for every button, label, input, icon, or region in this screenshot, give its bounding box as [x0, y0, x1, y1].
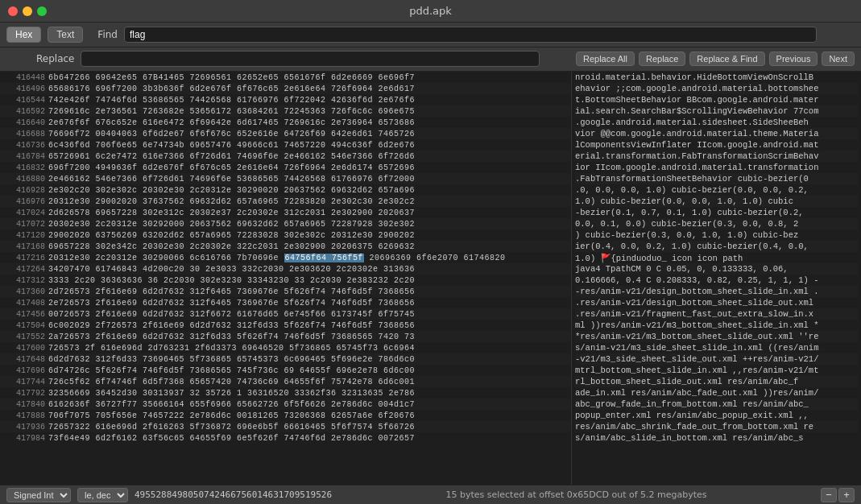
- text-content: -bezier(0.1, 0.7, 0.1, 1.0) cubic-bezier…: [575, 208, 804, 217]
- text-row[interactable]: t.BottomSheetBehavior BBcom.google.andro…: [575, 94, 858, 105]
- hex-bytes: 20312e30 2c20312e 30290066 6c616766 7b70…: [48, 254, 568, 262]
- hex-tab[interactable]: Hex: [6, 27, 41, 43]
- text-row[interactable]: vior @@com.google.android.material.theme…: [575, 128, 858, 139]
- text-row[interactable]: .0, 0.0, 0.0, 1.0) cubic-bezier(0.0, 0.0…: [575, 184, 858, 196]
- int-type-select[interactable]: Signed Int: [6, 488, 71, 502]
- text-row[interactable]: mtrl_bottom_sheet_slide_in.xml ,,res/ani…: [575, 365, 858, 376]
- hex-row[interactable]: 417600726573 2f 616e696d 2d763231 2f6d33…: [0, 342, 571, 353]
- main-area: 4164486b647266 69642e65 67B41465 7269656…: [0, 72, 861, 485]
- hex-row[interactable]: 4175522a726573 2f616e69 6d2d7632 312f6d3…: [0, 331, 571, 342]
- hex-row[interactable]: 41678465726961 6c2e7472 616e7366 6f726d6…: [0, 151, 571, 162]
- text-row[interactable]: ial.search.SearchBar$ScrollingViewBehavi…: [575, 105, 858, 117]
- text-row[interactable]: ior IIcom.google.android.material.transf…: [575, 162, 858, 173]
- replace-find-button[interactable]: Replace & Find: [689, 52, 764, 66]
- text-row[interactable]: -res/anim-v21/design_bottom_sheet_slide_…: [575, 286, 858, 297]
- hex-row[interactable]: 4175046c002029 2f726573 2f616e69 6d2d763…: [0, 320, 571, 331]
- hex-panel[interactable]: 4164486b647266 69642e65 67B41465 7269656…: [0, 72, 572, 485]
- text-row[interactable]: erial.transformation.FabTransformationSc…: [575, 151, 858, 162]
- hex-row[interactable]: 41716869657228 302e342c 20302e30 2c20302…: [0, 241, 571, 252]
- hex-row[interactable]: 41721620312e30 2c20312e 30290066 6c61676…: [0, 252, 571, 263]
- text-row[interactable]: ) cubic-bezier(0.3, 0.0, 1.0, 1.0) cubic…: [575, 229, 858, 241]
- hex-row[interactable]: 41726434207470 61746843 4d200c20 30 2e30…: [0, 263, 571, 275]
- hex-row[interactable]: 417744726c5f62 6f74746f 6d5f7368 6565742…: [0, 376, 571, 387]
- text-row[interactable]: s/anim-v21/m3_side_sheet_slide_in.xml ((…: [575, 342, 858, 353]
- hex-row[interactable]: 4169282e302c20 302e302c 20302e30 2c20312…: [0, 184, 571, 196]
- hex-row[interactable]: 416544742e426f 74746f6d 53686565 7442656…: [0, 94, 571, 105]
- hex-row[interactable]: 41798473f64e49 6d2f6162 63f56c65 64655f6…: [0, 432, 571, 444]
- replace-all-button[interactable]: Replace All: [576, 52, 635, 66]
- text-row[interactable]: res/anim/abc_shrink_fade_out_from_bottom…: [575, 421, 858, 432]
- text-content: -res/anim-v21/design_bottom_sheet_slide_…: [575, 287, 818, 296]
- zoom-in-button[interactable]: +: [838, 488, 855, 502]
- hex-row[interactable]: 4173602d726573 2f616e69 6d2d7632 312f646…: [0, 286, 571, 297]
- text-row[interactable]: popup_enter.xml res/anim/abc_popup_exit.…: [575, 410, 858, 421]
- text-row[interactable]: .res/anim-v21/fragment_fast_out_extra_sl…: [575, 308, 858, 320]
- maximize-button[interactable]: [37, 6, 47, 16]
- text-tab[interactable]: Text: [48, 27, 83, 43]
- text-row[interactable]: ehavior ;;com.google.android.material.bo…: [575, 83, 858, 94]
- hex-row[interactable]: 41668876696f72 00404063 6f6d2e67 6f6f676…: [0, 128, 571, 139]
- hex-row[interactable]: 4170242d626578 69657228 302e312c 20302e3…: [0, 207, 571, 218]
- text-row[interactable]: rl_bottom_sheet_slide_out.xml res/anim/a…: [575, 376, 858, 387]
- hex-row[interactable]: 4164486b647266 69642e65 67B41465 7269656…: [0, 72, 571, 83]
- text-row[interactable]: ier(0.4, 0.0, 0.2, 1.0) cubic-bezier(0.4…: [575, 241, 858, 252]
- text-panel[interactable]: nroid.material.behavior.HideBottomViewOn…: [572, 72, 861, 485]
- text-row[interactable]: -v21/m3_side_sheet_slide_out.xml ++res/a…: [575, 353, 858, 365]
- hex-row[interactable]: 41649665686176 696f7200 3b3b636f 6d2e676…: [0, 83, 571, 94]
- text-row[interactable]: -bezier(0.1, 0.7, 0.1, 1.0) cubic-bezier…: [575, 207, 858, 218]
- hex-row[interactable]: 4166402e676f6f 676c652e 616e6472 6f69642…: [0, 117, 571, 128]
- text-row[interactable]: .google.android.material.sidesheet.SideS…: [575, 117, 858, 128]
- hex-bytes: 20302e30 2c20312e 30292000 20637562 6963…: [48, 220, 568, 229]
- text-row[interactable]: .res/anim-v21/design_bottom_sheet_slide_…: [575, 297, 858, 308]
- text-content: -v21/m3_side_sheet_slide_out.xml ++res/a…: [575, 354, 818, 364]
- text-row[interactable]: nroid.material.behavior.HideBottomViewOn…: [575, 72, 858, 83]
- hex-row[interactable]: 41745600726573 2f616e69 6d2d7632 312f667…: [0, 308, 571, 320]
- hex-row[interactable]: 4173123333 2c20 36363636 36 2c2030 302e3…: [0, 275, 571, 286]
- hex-row[interactable]: 417888706f7075 705f656e 74657222 2e786d6…: [0, 410, 571, 421]
- hex-row[interactable]: 41697620312e30 29002020 37637562 69632d6…: [0, 196, 571, 207]
- text-row[interactable]: java4 TpathCM 0 C 0.05, 0, 0.133333, 0.0…: [575, 263, 858, 275]
- hex-bytes: 73f64e49 6d2f6162 63f56c65 64655f69 6e5f…: [48, 434, 568, 443]
- hex-row[interactable]: 41779232356669 36452d30 30313937 32 3572…: [0, 387, 571, 399]
- hex-address: 416832: [3, 163, 45, 172]
- hex-row[interactable]: 41707220302e30 2c20312e 30292000 2063756…: [0, 218, 571, 229]
- minimize-button[interactable]: [23, 6, 32, 16]
- hex-row[interactable]: 4165927269616c 2e736561 7263682e 5365617…: [0, 105, 571, 117]
- text-row[interactable]: *res/anim-v21/m3_bottom_sheet_slide_out.…: [575, 331, 858, 342]
- hex-address: 416976: [3, 197, 45, 206]
- hex-row[interactable]: 4176966d74726c 5f626f74 746f6d5f 7368656…: [0, 365, 571, 376]
- replace-input[interactable]: [81, 51, 540, 67]
- text-content: ) cubic-bezier(0.3, 0.0, 1.0, 1.0) cubic…: [575, 230, 798, 240]
- hex-row[interactable]: 416832696f7200 4949636f 6d2e676f 6f676c6…: [0, 162, 571, 173]
- hex-address: 416736: [3, 141, 45, 150]
- text-row[interactable]: s/anim/abc_slide_in_bottom.xml res/anim/…: [575, 432, 858, 444]
- hex-address: 416448: [3, 73, 45, 82]
- text-row[interactable]: lComponentsViewInflater IIcom.google.and…: [575, 139, 858, 151]
- hex-row[interactable]: 4174082e726573 2f616e69 6d2d7632 312f646…: [0, 297, 571, 308]
- text-row[interactable]: ade_in.xml res/anim/abc_fade_out.xml ))r…: [575, 387, 858, 399]
- endian-select[interactable]: le, dec: [77, 488, 128, 502]
- hex-row[interactable]: 4178406162636f 36727f77 35666164 655f696…: [0, 399, 571, 410]
- hex-row[interactable]: 4167366c436f6d 706f6e65 6e74734b 6965747…: [0, 139, 571, 151]
- replace-button[interactable]: Replace: [639, 52, 685, 66]
- previous-button[interactable]: Previous: [769, 52, 818, 66]
- hex-row[interactable]: 41793672657322 616e696d 2f616263 5f73687…: [0, 421, 571, 432]
- find-input[interactable]: [124, 27, 817, 43]
- text-content: java4 TpathCM 0 C 0.05, 0, 0.133333, 0.0…: [575, 264, 789, 274]
- text-row[interactable]: ml ))res/anim-v21/m3_bottom_sheet_slide_…: [575, 320, 858, 331]
- text-row[interactable]: 0.166666, 0.4 C 0.208333, 0.82, 0.25, 1,…: [575, 275, 858, 286]
- zoom-out-button[interactable]: −: [821, 488, 837, 502]
- text-row[interactable]: abc_grow_fade_in_from_bottom.xml res/ani…: [575, 399, 858, 410]
- text-row[interactable]: 1.0) 🚩{pinduoduo_ icon icon path: [575, 252, 858, 263]
- hex-row[interactable]: 4176486d2d7632 312f6d33 73696465 5f73686…: [0, 353, 571, 365]
- close-button[interactable]: [8, 6, 18, 16]
- text-row[interactable]: 0.0, 0.1, 0.0) cubic-bezier(0.3, 0.0, 0.…: [575, 218, 858, 229]
- text-row[interactable]: .FabTransformationSheetBehavior cubic-be…: [575, 173, 858, 184]
- text-row[interactable]: 1.0) cubic-bezier(0.0, 0.0, 1.0, 1.0) cu…: [575, 196, 858, 207]
- next-button[interactable]: Next: [822, 52, 855, 66]
- hex-address: 417456: [3, 310, 45, 319]
- hex-row[interactable]: 4168802e466162 546e7366 6f726d61 74696f6…: [0, 173, 571, 184]
- title-bar: pdd.apk: [0, 0, 861, 23]
- text-content: ial.search.SearchBar$ScrollingViewBehavi…: [575, 106, 818, 116]
- hex-row[interactable]: 41712029002020 63756269 63202d62 657a696…: [0, 229, 571, 241]
